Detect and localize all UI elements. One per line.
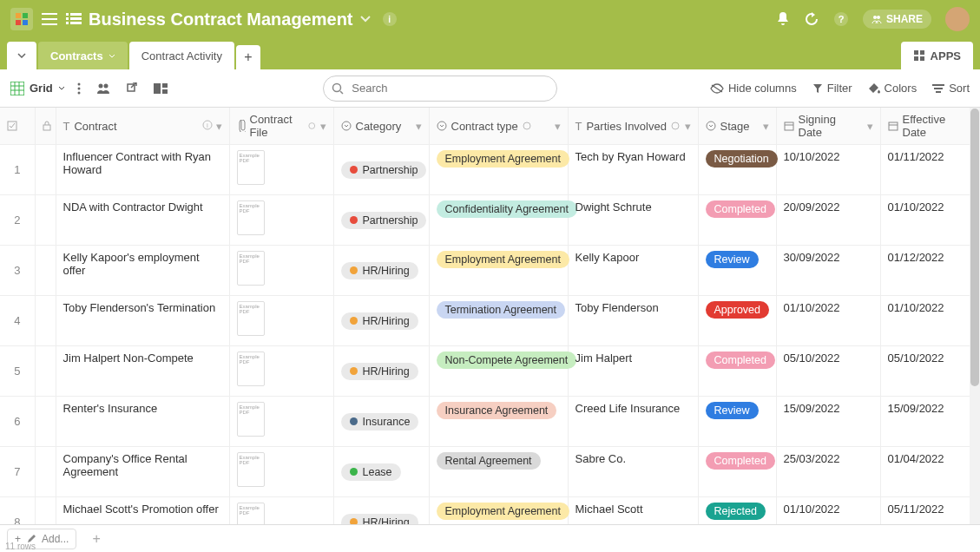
type-cell[interactable]: Rental Agreement bbox=[429, 447, 568, 497]
stage-cell[interactable]: Rejected bbox=[698, 497, 776, 525]
col-parties[interactable]: TParties Involved▾ bbox=[568, 108, 698, 145]
col-contract[interactable]: TContracti▾ bbox=[56, 108, 229, 145]
parties-cell[interactable]: Jim Halpert bbox=[568, 346, 698, 397]
share-button[interactable]: SHARE bbox=[863, 10, 931, 29]
table-row[interactable]: 4 Toby Flenderson's Termination ExampleP… bbox=[0, 296, 980, 346]
category-cell[interactable]: Partnership bbox=[333, 195, 429, 246]
apps-button[interactable]: APPS bbox=[901, 42, 973, 69]
chevron-down-icon[interactable]: ▾ bbox=[320, 120, 326, 133]
table-row[interactable]: 5 Jim Halpert Non-Compete ExamplePDF HR/… bbox=[0, 346, 980, 397]
effective-cell[interactable]: 01/11/2022 bbox=[880, 145, 980, 195]
file-cell[interactable]: ExamplePDF bbox=[229, 447, 333, 497]
category-cell[interactable]: Partnership bbox=[333, 145, 429, 195]
file-cell[interactable]: ExamplePDF bbox=[229, 296, 333, 346]
parties-cell[interactable]: Kelly Kapoor bbox=[568, 246, 698, 296]
signing-cell[interactable]: 01/10/2022 bbox=[776, 497, 880, 525]
file-thumb[interactable]: ExamplePDF bbox=[237, 251, 265, 286]
contract-cell[interactable]: Renter's Insurance bbox=[56, 397, 229, 447]
type-cell[interactable]: Termination Agreement bbox=[429, 296, 568, 346]
file-thumb[interactable]: ExamplePDF bbox=[237, 452, 265, 487]
parties-cell[interactable]: Toby Flenderson bbox=[568, 296, 698, 346]
contract-cell[interactable]: Toby Flenderson's Termination bbox=[56, 296, 229, 346]
col-contract-file[interactable]: Contract File▾ bbox=[229, 108, 333, 145]
effective-cell[interactable]: 15/09/2022 bbox=[880, 397, 980, 447]
type-cell[interactable]: Non-Compete Agreement bbox=[429, 346, 568, 397]
export-icon[interactable] bbox=[122, 79, 141, 98]
col-signing-date[interactable]: Signing Date▾ bbox=[776, 108, 880, 145]
grid-view-button[interactable]: Grid bbox=[10, 82, 65, 95]
signing-cell[interactable]: 10/10/2022 bbox=[776, 145, 880, 195]
stage-cell[interactable]: Review bbox=[698, 397, 776, 447]
chevron-down-icon[interactable] bbox=[360, 16, 371, 23]
stage-cell[interactable]: Completed bbox=[698, 195, 776, 246]
type-cell[interactable]: Confidentiality Agreement bbox=[429, 195, 568, 246]
parties-cell[interactable]: Michael Scott bbox=[568, 497, 698, 525]
effective-cell[interactable]: 01/12/2022 bbox=[880, 246, 980, 296]
effective-cell[interactable]: 01/10/2022 bbox=[880, 195, 980, 246]
file-cell[interactable]: ExamplePDF bbox=[229, 397, 333, 447]
table-row[interactable]: 7 Company's Office Rental Agreement Exam… bbox=[0, 447, 980, 497]
chevron-down-icon[interactable]: ▾ bbox=[685, 120, 691, 133]
stage-cell[interactable]: Review bbox=[698, 246, 776, 296]
type-cell[interactable]: Employment Agreement bbox=[429, 497, 568, 525]
contract-cell[interactable]: NDA with Contractor Dwight bbox=[56, 195, 229, 246]
table-scroll[interactable]: TContracti▾ Contract File▾ Category▾ Con… bbox=[0, 108, 980, 524]
views-dropdown[interactable] bbox=[7, 42, 36, 69]
signing-cell[interactable]: 20/09/2022 bbox=[776, 195, 880, 246]
file-thumb[interactable]: ExamplePDF bbox=[237, 503, 265, 524]
search-input[interactable] bbox=[323, 76, 557, 102]
parties-cell[interactable]: Dwight Schrute bbox=[568, 195, 698, 246]
signing-cell[interactable]: 05/10/2022 bbox=[776, 346, 880, 397]
chevron-down-icon[interactable]: ▾ bbox=[216, 120, 222, 133]
stage-cell[interactable]: Approved bbox=[698, 296, 776, 346]
help-icon[interactable]: ? bbox=[833, 11, 849, 27]
parties-cell[interactable]: Tech by Ryan Howard bbox=[568, 145, 698, 195]
app-logo[interactable] bbox=[10, 8, 33, 30]
file-thumb[interactable]: ExamplePDF bbox=[237, 402, 265, 437]
category-cell[interactable]: HR/Hiring bbox=[333, 246, 429, 296]
select-all-header[interactable] bbox=[0, 108, 35, 145]
table-row[interactable]: 8 Michael Scott's Promotion offer Exampl… bbox=[0, 497, 980, 525]
col-effective-date[interactable]: Effective Date▾ bbox=[880, 108, 980, 145]
signing-cell[interactable]: 25/03/2022 bbox=[776, 447, 880, 497]
card-icon[interactable] bbox=[150, 80, 171, 97]
file-cell[interactable]: ExamplePDF bbox=[229, 497, 333, 525]
table-row[interactable]: 6 Renter's Insurance ExamplePDF Insuranc… bbox=[0, 397, 980, 447]
contract-cell[interactable]: Jim Halpert Non-Compete bbox=[56, 346, 229, 397]
file-cell[interactable]: ExamplePDF bbox=[229, 145, 333, 195]
chevron-down-icon[interactable]: ▾ bbox=[416, 120, 422, 133]
category-cell[interactable]: HR/Hiring bbox=[333, 346, 429, 397]
filter-button[interactable]: Filter bbox=[812, 82, 852, 95]
more-icon[interactable] bbox=[74, 79, 84, 98]
stage-cell[interactable]: Completed bbox=[698, 447, 776, 497]
file-thumb[interactable]: ExamplePDF bbox=[237, 150, 265, 185]
chevron-down-icon[interactable]: ▾ bbox=[555, 120, 561, 133]
effective-cell[interactable]: 05/11/2022 bbox=[880, 497, 980, 525]
parties-cell[interactable]: Sabre Co. bbox=[568, 447, 698, 497]
stage-cell[interactable]: Negotiation bbox=[698, 145, 776, 195]
type-cell[interactable]: Employment Agreement bbox=[429, 246, 568, 296]
tab-contract-activity[interactable]: Contract Activity bbox=[129, 42, 234, 69]
col-stage[interactable]: Stage▾ bbox=[698, 108, 776, 145]
file-thumb[interactable]: ExamplePDF bbox=[237, 200, 265, 235]
chevron-down-icon[interactable]: ▾ bbox=[763, 120, 769, 133]
table-row[interactable]: 3 Kelly Kapoor's employment offer Exampl… bbox=[0, 246, 980, 296]
file-cell[interactable]: ExamplePDF bbox=[229, 195, 333, 246]
contract-cell[interactable]: Michael Scott's Promotion offer bbox=[56, 497, 229, 525]
vertical-scrollbar[interactable] bbox=[970, 108, 980, 524]
page-title[interactable]: Business Contract Management i bbox=[89, 10, 397, 30]
history-icon[interactable] bbox=[804, 11, 819, 27]
contract-cell[interactable]: Influencer Contract with Ryan Howard bbox=[56, 145, 229, 195]
signing-cell[interactable]: 01/10/2022 bbox=[776, 296, 880, 346]
category-cell[interactable]: HR/Hiring bbox=[333, 497, 429, 525]
add-view-button[interactable]: + bbox=[236, 45, 260, 69]
table-row[interactable]: 2 NDA with Contractor Dwight ExamplePDF … bbox=[0, 195, 980, 246]
signing-cell[interactable]: 15/09/2022 bbox=[776, 397, 880, 447]
add-field-button[interactable]: + bbox=[85, 531, 107, 547]
sort-button[interactable]: Sort bbox=[932, 82, 970, 95]
info-icon[interactable]: i bbox=[383, 12, 397, 26]
category-cell[interactable]: HR/Hiring bbox=[333, 296, 429, 346]
info-icon[interactable]: i bbox=[202, 120, 213, 130]
avatar[interactable] bbox=[945, 7, 970, 31]
scrollbar-thumb[interactable] bbox=[970, 108, 979, 386]
